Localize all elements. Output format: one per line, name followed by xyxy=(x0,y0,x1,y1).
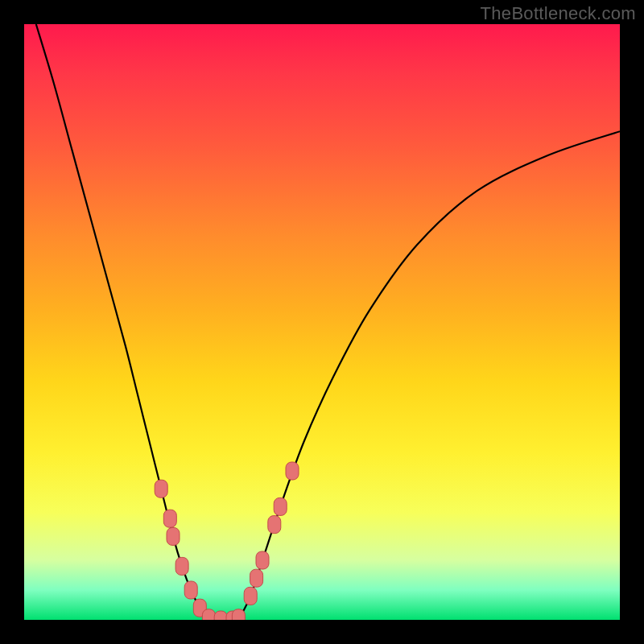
data-marker xyxy=(202,609,215,620)
data-marker xyxy=(175,557,188,575)
data-marker xyxy=(163,510,176,527)
data-marker xyxy=(214,611,227,620)
watermark-text: TheBottleneck.com xyxy=(481,3,636,24)
data-marker xyxy=(250,569,263,587)
data-marker xyxy=(167,527,180,545)
data-marker xyxy=(244,587,257,605)
marker-group xyxy=(155,462,299,620)
data-marker xyxy=(286,462,299,480)
chart-frame: TheBottleneck.com xyxy=(0,0,644,644)
data-marker xyxy=(256,551,269,569)
data-marker xyxy=(155,480,167,497)
marker-layer xyxy=(24,24,620,620)
data-marker xyxy=(184,581,197,599)
data-marker xyxy=(232,609,245,620)
data-marker xyxy=(268,516,281,534)
plot-area xyxy=(24,24,620,620)
data-marker xyxy=(274,497,287,515)
